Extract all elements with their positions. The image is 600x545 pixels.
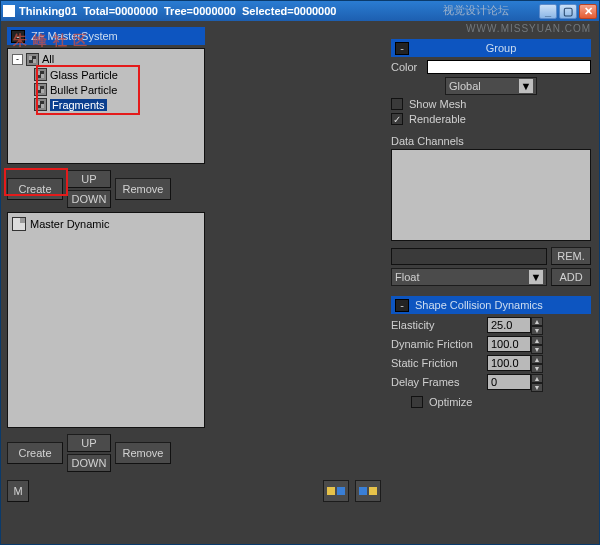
optimize-label: Optimize (429, 396, 525, 408)
type-dropdown[interactable]: Float ▼ (391, 268, 547, 286)
stat-friction-label: Static Friction (391, 357, 487, 369)
scd-title: Shape Collision Dynamics (415, 299, 543, 311)
app-icon (3, 5, 15, 17)
tool-icon-1[interactable] (323, 480, 349, 502)
document-icon (12, 217, 26, 231)
elasticity-value[interactable]: 25.0 (487, 317, 531, 333)
dyn-friction-label: Dynamic Friction (391, 338, 487, 350)
tree-item[interactable]: Glass Particle (34, 67, 200, 82)
spin-up-icon[interactable]: ▲ (531, 317, 543, 326)
collapse-toggle[interactable]: - (395, 299, 409, 312)
dyn-friction-spinner[interactable]: 100.0 ▲▼ (487, 336, 543, 352)
spin-up-icon[interactable]: ▲ (531, 336, 543, 345)
scope-value: Global (449, 80, 481, 92)
window-titlebar: Thinking01 Total=0000000 Tree=0000000 Se… (1, 1, 599, 21)
expand-icon[interactable]: - (12, 54, 23, 65)
tree-item-label: Glass Particle (50, 69, 118, 81)
renderable-label: Renderable (409, 113, 505, 125)
rem-button[interactable]: REM. (551, 247, 591, 265)
create-button-2[interactable]: Create (7, 442, 63, 464)
show-mesh-label: Show Mesh (409, 98, 505, 110)
tree-root-label: All (42, 53, 54, 65)
tree-root-row[interactable]: - All (12, 51, 200, 67)
particle-icon (34, 98, 47, 111)
master-system-header: - ZF MasterSystem (7, 27, 205, 45)
elasticity-label: Elasticity (391, 319, 487, 331)
spin-down-icon[interactable]: ▼ (531, 326, 543, 335)
spin-up-icon[interactable]: ▲ (531, 355, 543, 364)
list-item[interactable]: Master Dynamic (12, 216, 200, 232)
remove-button[interactable]: Remove (115, 178, 171, 200)
master-dynamic-list[interactable]: Master Dynamic (7, 212, 205, 428)
chevron-down-icon: ▼ (529, 270, 543, 284)
group-icon (26, 53, 39, 66)
delay-frames-label: Delay Frames (391, 376, 487, 388)
particle-tree[interactable]: - All Glass Particle Bullet Particle Fra… (7, 48, 205, 164)
list-item-label: Master Dynamic (30, 218, 109, 230)
tree-item-label: Bullet Particle (50, 84, 117, 96)
group-title: Group (486, 42, 517, 54)
type-value: Float (395, 271, 419, 283)
spin-down-icon[interactable]: ▼ (531, 364, 543, 373)
tree-item-label: Fragments (50, 99, 107, 111)
data-channels-label: Data Channels (391, 135, 464, 147)
m-button[interactable]: M (7, 480, 29, 502)
stat-friction-value[interactable]: 100.0 (487, 355, 531, 371)
dyn-friction-value[interactable]: 100.0 (487, 336, 531, 352)
scd-header: - Shape Collision Dynamics (391, 296, 591, 314)
delay-frames-value[interactable]: 0 (487, 374, 531, 390)
channel-name-input[interactable] (391, 248, 547, 265)
renderable-checkbox[interactable]: ✓ (391, 113, 403, 125)
remove-button-2[interactable]: Remove (115, 442, 171, 464)
collapse-toggle[interactable]: - (395, 42, 409, 55)
particle-icon (34, 83, 47, 96)
chevron-down-icon: ▼ (519, 79, 533, 93)
data-channels-list[interactable] (391, 149, 591, 241)
maximize-button[interactable]: ▢ (559, 4, 577, 19)
up-button-2[interactable]: UP (67, 434, 111, 452)
collapse-toggle[interactable]: - (11, 30, 25, 43)
up-button[interactable]: UP (67, 170, 111, 188)
create-button[interactable]: Create (7, 178, 63, 200)
tree-item[interactable]: Bullet Particle (34, 82, 200, 97)
window-title: Thinking01 Total=0000000 Tree=0000000 Se… (19, 5, 336, 17)
particle-icon (34, 68, 47, 81)
scope-dropdown[interactable]: Global ▼ (445, 77, 537, 95)
color-swatch[interactable] (427, 60, 591, 74)
close-button[interactable]: ✕ (579, 4, 597, 19)
add-button[interactable]: ADD (551, 268, 591, 286)
color-label: Color (391, 61, 427, 73)
down-button[interactable]: DOWN (67, 190, 111, 208)
show-mesh-checkbox[interactable] (391, 98, 403, 110)
delay-frames-spinner[interactable]: 0 ▲▼ (487, 374, 543, 390)
down-button-2[interactable]: DOWN (67, 454, 111, 472)
spin-down-icon[interactable]: ▼ (531, 383, 543, 392)
watermark-url: WWW.MISSYUAN.COM (466, 23, 591, 34)
master-system-title: ZF MasterSystem (31, 30, 118, 42)
spin-up-icon[interactable]: ▲ (531, 374, 543, 383)
spin-down-icon[interactable]: ▼ (531, 345, 543, 354)
minimize-button[interactable]: _ (539, 4, 557, 19)
stat-friction-spinner[interactable]: 100.0 ▲▼ (487, 355, 543, 371)
group-header: - Group (391, 39, 591, 57)
tool-icon-2[interactable] (355, 480, 381, 502)
elasticity-spinner[interactable]: 25.0 ▲▼ (487, 317, 543, 333)
tree-item[interactable]: Fragments (34, 97, 200, 112)
optimize-checkbox[interactable] (411, 396, 423, 408)
watermark-top: 视觉设计论坛 (443, 3, 509, 18)
